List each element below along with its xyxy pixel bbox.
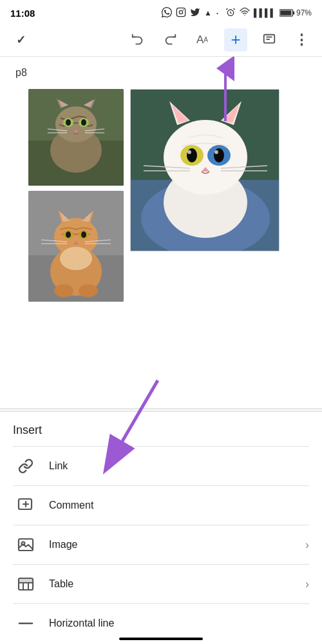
svg-point-42: [187, 150, 191, 154]
svg-point-22: [66, 119, 71, 126]
alarm-icon: [225, 7, 236, 19]
image-icon: [13, 532, 39, 558]
insert-panel-title: Insert: [0, 412, 322, 446]
table-chevron-icon: ›: [305, 578, 309, 591]
svg-rect-7: [280, 10, 291, 15]
insert-button[interactable]: +: [224, 28, 247, 52]
insert-link-item[interactable]: Link: [0, 447, 322, 485]
horizontal-line-label: Horizontal line: [49, 618, 309, 629]
photo-white-cat: [130, 89, 279, 251]
notification-dot: ·: [216, 7, 219, 19]
table-icon: [13, 571, 39, 597]
svg-point-1: [179, 10, 182, 14]
insert-horizontal-line-item[interactable]: Horizontal line: [0, 604, 322, 643]
insert-comment-item[interactable]: Comment: [0, 486, 322, 525]
svg-point-53: [79, 284, 98, 297]
svg-rect-0: [176, 8, 185, 16]
undo-button[interactable]: [128, 30, 148, 50]
insert-table-item[interactable]: Table ›: [0, 565, 322, 603]
table-label: Table: [49, 578, 305, 590]
horizontal-line-icon: [13, 610, 39, 636]
status-bar: 11:08 ▲ · ▌▌▌▌ 97%: [0, 0, 322, 23]
status-time: 11:08: [10, 8, 35, 19]
svg-point-52: [54, 284, 73, 297]
battery-percent: 97%: [296, 8, 312, 17]
svg-point-40: [187, 148, 197, 162]
instagram-icon: [176, 7, 186, 19]
insert-image-item[interactable]: Image ›: [0, 525, 322, 564]
photo-orange-cat: [28, 191, 124, 302]
toolbar: ✓ AA + ⋮: [0, 23, 322, 57]
page-marker: p8: [15, 67, 307, 79]
text-format-button[interactable]: AA: [192, 30, 213, 50]
comment-plus-icon: [13, 493, 39, 518]
svg-rect-74: [19, 539, 33, 551]
svg-point-41: [214, 148, 224, 162]
image-chevron-icon: ›: [305, 538, 309, 552]
status-icons: ▲ · ▌▌▌▌ 97%: [162, 7, 312, 19]
avast-icon: ▲: [204, 8, 212, 17]
home-indicator: [119, 638, 203, 640]
wifi-icon: [240, 7, 250, 19]
svg-point-61: [66, 231, 71, 238]
link-label: Link: [49, 460, 309, 472]
svg-point-62: [81, 231, 86, 238]
svg-point-23: [81, 119, 86, 126]
document-area: p8: [0, 57, 322, 408]
svg-rect-80: [19, 578, 33, 583]
signal-icon: ▌▌▌▌: [254, 8, 276, 17]
svg-point-2: [183, 9, 184, 10]
comment-button[interactable]: [259, 30, 279, 50]
link-icon: [13, 453, 39, 479]
insert-panel: Insert Link Comment: [0, 412, 322, 643]
photo-grid: [28, 89, 279, 334]
toolbar-center: AA + ⋮: [128, 28, 312, 52]
svg-point-43: [214, 150, 218, 154]
comment-label: Comment: [49, 500, 309, 511]
svg-line-4: [226, 8, 227, 10]
whatsapp-icon: [162, 7, 172, 19]
photo-tabby-cat: [28, 89, 124, 186]
battery-icon: 97%: [279, 8, 312, 17]
toolbar-left: ✓: [10, 30, 31, 50]
svg-rect-8: [293, 11, 294, 14]
image-label: Image: [49, 539, 305, 551]
svg-line-5: [234, 8, 235, 10]
svg-point-33: [164, 120, 247, 195]
redo-button[interactable]: [160, 30, 180, 50]
twitter-icon: [190, 7, 200, 19]
svg-point-15: [55, 106, 97, 142]
svg-point-68: [60, 247, 92, 270]
more-button[interactable]: ⋮: [291, 30, 312, 50]
check-button[interactable]: ✓: [10, 30, 31, 50]
